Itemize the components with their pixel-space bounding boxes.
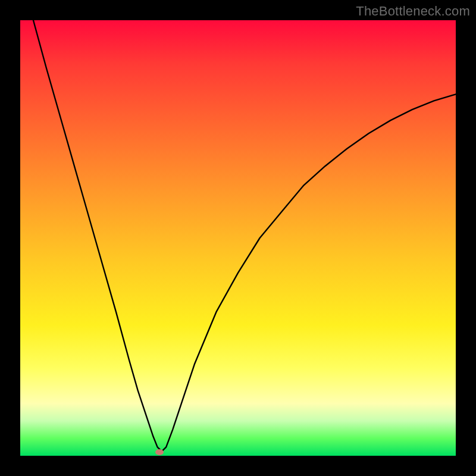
optimal-point-marker xyxy=(155,449,164,455)
plot-area xyxy=(20,20,456,456)
watermark-text: TheBottleneck.com xyxy=(356,4,470,19)
bottleneck-curve xyxy=(20,20,456,456)
chart-frame: TheBottleneck.com xyxy=(0,0,476,476)
